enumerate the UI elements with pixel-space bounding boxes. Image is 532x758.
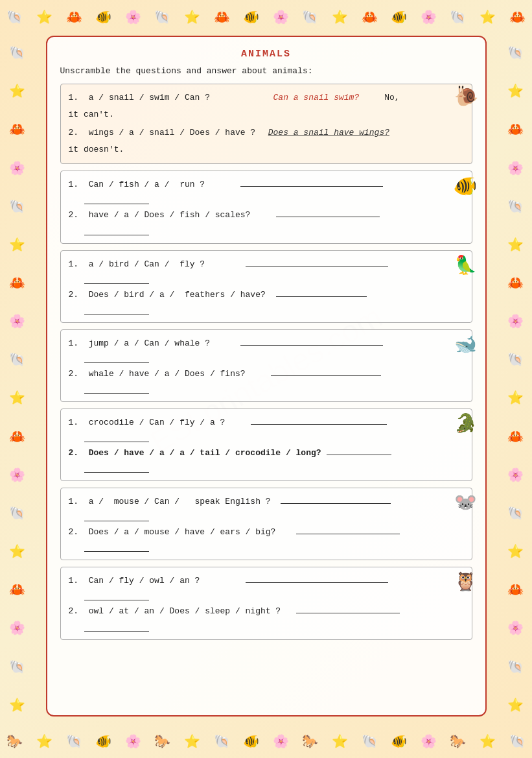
mouse-q2-second-row	[82, 542, 430, 552]
whale-q2-second-row	[82, 384, 430, 394]
mouse-q1-second-answer[interactable]	[84, 512, 149, 521]
deco-icon: 🦀	[507, 429, 524, 445]
deco-icon: 🦀	[9, 429, 25, 445]
deco-icon: 🦀	[214, 9, 230, 25]
mouse-q2-scrambled: 2. Does / a / mouse / have / ears / big?	[69, 525, 291, 539]
deco-icon: 🌸	[9, 313, 25, 329]
exercise-bird: 🦜 1. a / bird / Can / fly ? 2. Does / bi…	[60, 250, 472, 323]
fish-q1-line: 1. Can / fish / a / run ?	[69, 178, 430, 192]
fish-icon: 🐠	[453, 174, 477, 198]
example-q2-scrambled: 2. wings / a / snail / Does / have ?	[69, 126, 266, 140]
deco-icon: 🦀	[507, 582, 524, 598]
bird-q1-second-answer[interactable]	[84, 275, 149, 284]
whale-q2-answer[interactable]	[271, 367, 381, 376]
croc-icon: 🐊	[454, 412, 477, 434]
page-wrapper: 🐚 ⭐ 🦀 🐠 🌸 🐚 ⭐ 🦀 🐠 🌸 🐚 ⭐ 🦀 🐠 🌸 🐚 ⭐ 🦀 🐎 ⭐ …	[0, 0, 532, 758]
exercise-crocodile: 🐊 1. crocodile / Can / fly / a ? 2. Does…	[60, 409, 472, 481]
croc-q1-answer[interactable]	[251, 416, 387, 425]
deco-icon: 🐚	[450, 9, 466, 25]
deco-icon: 🐎	[154, 733, 170, 750]
deco-icon: 🐠	[95, 9, 111, 25]
owl-q2-answer[interactable]	[296, 604, 400, 613]
deco-icon: 🐠	[95, 733, 111, 750]
bird-q2-line: 2. Does / bird / a / feathers / have?	[69, 288, 430, 302]
deco-icon: 🌸	[507, 160, 524, 176]
bird-q2-answer[interactable]	[276, 288, 367, 297]
mouse-q2-answer[interactable]	[296, 525, 400, 534]
deco-icon: 🦀	[9, 121, 25, 137]
example-q2-answer: Does a snail have wings?	[268, 126, 389, 140]
deco-icon: ⭐	[184, 733, 200, 750]
deco-icon: 🐚	[9, 659, 25, 675]
owl-icon: 🦉	[454, 571, 477, 593]
deco-icon: ⭐	[9, 390, 25, 406]
owl-q2-line: 2. owl / at / an / Does / sleep / night …	[69, 604, 430, 619]
deco-icon: ⭐	[507, 543, 524, 560]
croc-q1-second-answer[interactable]	[84, 433, 149, 442]
deco-icon: 🐚	[509, 733, 526, 750]
main-card: ANIMALS Unscramble the questions and ans…	[46, 36, 487, 717]
border-bottom: 🐎 ⭐ 🐚 🐠 🌸 🐎 ⭐ 🐚 🐠 🌸 🐎 ⭐ 🐚 🐠 🌸 🐎 ⭐ 🐚	[0, 724, 532, 758]
owl-q2-second-answer[interactable]	[84, 622, 149, 632]
deco-icon: 🐚	[9, 198, 25, 215]
deco-icon: 🐎	[302, 733, 318, 750]
owl-q1-answer[interactable]	[246, 574, 388, 583]
whale-q1-answer[interactable]	[240, 337, 383, 346]
example-q2-line: 2. wings / a / snail / Does / have ? Doe…	[69, 126, 426, 140]
deco-icon: ⭐	[184, 9, 200, 25]
deco-icon: 🦀	[507, 275, 524, 291]
fish-q1-answer[interactable]	[240, 178, 383, 187]
whale-q1-scrambled: 1. jump / a / Can / whale ?	[69, 337, 235, 351]
fish-q1-second-answer[interactable]	[84, 195, 149, 204]
example-q2-result-line: it doesn't.	[69, 143, 426, 157]
deco-icon: 🌸	[507, 620, 524, 636]
mouse-q1-answer[interactable]	[281, 495, 391, 504]
border-right: 🐚 ⭐ 🦀 🌸 🐚 ⭐ 🦀 🌸 🐚 ⭐ 🦀 🌸 🐚 ⭐ 🦀 🌸 🐚 ⭐	[498, 34, 532, 724]
deco-icon: 🌸	[421, 9, 437, 25]
deco-icon: 🐚	[9, 45, 25, 61]
owl-q1-second-answer[interactable]	[84, 591, 149, 600]
deco-icon: 🌸	[421, 733, 437, 750]
whale-q1-second-answer[interactable]	[84, 354, 149, 363]
deco-icon: ⭐	[332, 9, 348, 25]
deco-icon: 🐚	[214, 733, 230, 750]
deco-icon: 🌸	[273, 733, 289, 750]
deco-icon: 🌸	[507, 467, 524, 483]
example-q1-scrambled: 1. a / snail / swim / Can ?	[69, 91, 271, 105]
deco-icon: ⭐	[507, 390, 524, 406]
example-box: 🐌 1. a / snail / swim / Can ? Can a snai…	[60, 84, 472, 164]
deco-icon: 🐎	[6, 733, 23, 750]
deco-icon: ⭐	[480, 9, 496, 25]
deco-icon: 🌸	[9, 160, 25, 176]
bird-q2-second-answer[interactable]	[84, 305, 149, 314]
bird-q1-answer[interactable]	[246, 257, 388, 266]
bird-q1-line: 1. a / bird / Can / fly ?	[69, 257, 430, 272]
example-q1-answer: Can a snail swim?	[273, 91, 360, 105]
mouse-q2-line: 2. Does / a / mouse / have / ears / big?	[69, 525, 430, 539]
croc-q2-answer[interactable]	[327, 446, 391, 455]
fish-q2-answer[interactable]	[276, 208, 380, 217]
bird-icon: 🦜	[454, 254, 477, 276]
exercise-owl: 🦉 1. Can / fly / owl / an ? 2. owl / at …	[60, 567, 472, 639]
deco-icon: 🐠	[243, 9, 259, 25]
deco-icon: 🐚	[507, 505, 524, 521]
deco-icon: ⭐	[332, 733, 348, 750]
croc-q2-line: 2. Does / have / a / a / tail / crocodil…	[69, 446, 430, 460]
whale-q2-second-answer[interactable]	[84, 385, 149, 394]
mouse-q2-second-answer[interactable]	[84, 543, 149, 552]
owl-q1-second-row	[82, 591, 430, 600]
fish-q2-line: 2. have / a / Does / fish / scales?	[69, 208, 430, 222]
fish-q2-second-answer[interactable]	[84, 226, 149, 235]
deco-icon: ⭐	[480, 733, 496, 750]
whale-q1-second-row	[82, 353, 430, 363]
deco-icon: 🦀	[362, 9, 378, 25]
owl-q2-scrambled: 2. owl / at / an / Does / sleep / night …	[69, 604, 291, 619]
croc-q2-second-answer[interactable]	[84, 464, 149, 473]
deco-icon: 🐚	[9, 351, 25, 368]
example-q1-result: No,	[359, 91, 399, 105]
croc-q2-scrambled: 2. Does / have / a / a / tail / crocodil…	[69, 446, 321, 460]
deco-icon: 🦀	[66, 9, 82, 25]
whale-icon: 🐋	[454, 333, 477, 355]
croc-q2-second-row	[82, 463, 430, 473]
owl-q2-second-row	[82, 622, 430, 632]
